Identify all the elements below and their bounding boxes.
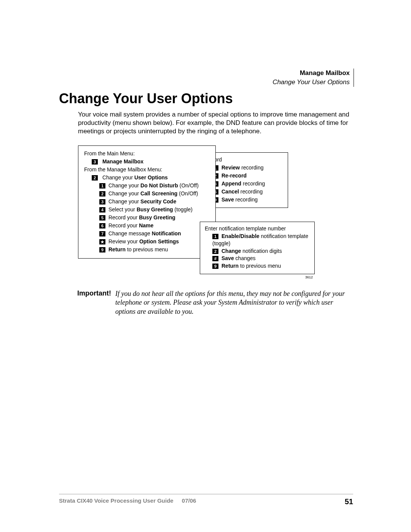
important-text: If you do not hear all the options for t… <box>115 289 351 316</box>
menu-step: 2 Change your User Options <box>84 174 213 182</box>
keypad-chip: ★ <box>99 239 105 244</box>
keypad-chip: 5 <box>99 215 105 220</box>
record-item: 4Cancel recording <box>205 188 285 196</box>
footer-doc-title: Strata CIX40 Voice Processing User Guide <box>59 497 174 504</box>
record-item: 9Save recording <box>205 196 285 204</box>
menu-step: 3 Manage Mailbox <box>84 158 213 166</box>
user-options-menu-box: From the Main Menu: 3 Manage Mailbox Fro… <box>78 145 216 259</box>
menu-item: ★Review your Option Settings <box>84 238 213 246</box>
menu-item: 2Change your Call Screening (On/Off) <box>84 190 213 198</box>
menu-label: Manage Mailbox <box>102 158 143 165</box>
record-item: 3Append recording <box>205 180 285 188</box>
menu-item: 6Record your Name <box>84 222 213 230</box>
keypad-chip: 3 <box>99 199 105 204</box>
menu-caption: From the Main Menu: <box>84 150 213 158</box>
keypad-chip: 9 <box>212 264 218 269</box>
menu-caption: From the Manage Mailbox Menu: <box>84 166 213 174</box>
running-header: Manage Mailbox Change Your User Options <box>272 69 354 87</box>
notification-submenu-box: Enter notification template number 1Enab… <box>200 222 315 274</box>
notif-title: Enter notification template number <box>205 225 311 233</box>
keypad-chip: 2 <box>92 175 98 181</box>
keypad-chip: 1 <box>99 183 105 189</box>
keypad-chip: 7 <box>99 231 105 236</box>
footer-date: 07/06 <box>182 497 196 504</box>
page: Manage Mailbox Change Your User Options … <box>0 0 411 532</box>
record-title: Record <box>205 156 285 164</box>
menu-item: 4Select your Busy Greeting (toggle) <box>84 206 213 214</box>
menu-item: 7Change message Notification <box>84 230 213 238</box>
keypad-chip: 2 <box>99 191 105 197</box>
intro-paragraph: Your voice mail system provides a number… <box>78 110 352 135</box>
record-item: 2Re-record <box>205 172 285 180</box>
page-title: Change Your User Options <box>59 91 233 107</box>
record-item: 1Review recording <box>205 164 285 172</box>
keypad-chip: 3 <box>92 159 98 165</box>
keypad-chip: 4 <box>99 207 105 212</box>
page-number: 51 <box>345 497 353 506</box>
notif-item: 9Return to previous menu <box>205 262 311 270</box>
page-footer: Strata CIX40 Voice Processing User Guide… <box>59 497 353 506</box>
footer-rule <box>59 494 353 494</box>
chapter-title: Manage Mailbox <box>272 69 350 78</box>
keypad-chip: 2 <box>212 249 218 254</box>
notif-item: #Save changes <box>205 255 311 262</box>
menu-item: 5Record your Busy Greeting <box>84 214 213 222</box>
keypad-chip: 6 <box>99 223 105 228</box>
menu-item: 9Return to previous menu <box>84 246 213 254</box>
notif-item: 2Change notification digits <box>205 248 311 255</box>
important-note: Important! If you do not hear all the op… <box>77 289 353 316</box>
menu-diagram: Record 1Review recording 2Re-record 3App… <box>78 145 356 283</box>
keypad-chip: # <box>212 256 218 261</box>
section-title: Change Your User Options <box>272 78 350 87</box>
menu-item: 3Change your Security Code <box>84 198 213 206</box>
keypad-chip: 1 <box>212 234 218 239</box>
menu-item: 1Change your Do Not Disturb (On/Off) <box>84 182 213 190</box>
important-label: Important! <box>77 289 113 297</box>
notif-item: 1Enable/Disable notification template (t… <box>205 233 311 248</box>
keypad-chip: 9 <box>99 247 105 252</box>
figure-id: 3612 <box>305 275 313 280</box>
